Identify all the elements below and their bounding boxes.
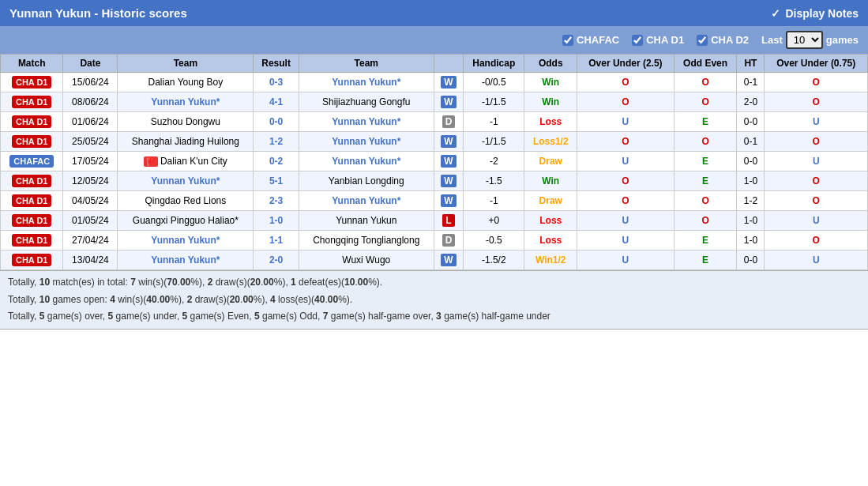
games-select[interactable]: 10 5 15 20 <box>786 31 823 49</box>
outcome-cell: W <box>434 171 463 191</box>
match-date: 01/06/24 <box>63 112 118 132</box>
outcome-cell: W <box>434 92 463 112</box>
oe-value: E <box>702 175 708 186</box>
odds-cell: Win <box>524 92 577 112</box>
handicap-cell: -1.5 <box>464 171 524 191</box>
outcome-badge: W <box>441 175 456 187</box>
result-score[interactable]: 1-1 <box>269 235 283 246</box>
result-score[interactable]: 2-3 <box>269 195 283 206</box>
ht-cell: 0-1 <box>737 73 765 92</box>
oe-value: O <box>701 195 708 206</box>
badge: CHA D1 <box>12 234 52 247</box>
badge: CHAFAC <box>9 155 54 168</box>
chad1-checkbox[interactable] <box>632 35 643 46</box>
result-score[interactable]: 5-1 <box>269 175 283 186</box>
ou075-value: U <box>813 215 820 226</box>
badge: CHA D1 <box>12 175 52 187</box>
team2-name: Yunnan Yukun* <box>332 77 400 88</box>
oe-cell: E <box>674 231 737 251</box>
odds-value: Win <box>542 77 559 88</box>
match-date: 08/06/24 <box>63 92 118 112</box>
match-date: 01/05/24 <box>63 211 118 231</box>
outcome-cell: D <box>434 231 463 251</box>
outcome-cell: W <box>434 191 463 211</box>
result-score[interactable]: 2-0 <box>269 254 283 266</box>
outcome-badge: D <box>442 115 456 128</box>
header-right: ✓ Display Notes <box>771 7 859 20</box>
ou25-cell: O <box>577 132 674 152</box>
ou25-value: O <box>622 96 629 107</box>
odds-cell: Loss <box>524 231 577 251</box>
ou25-cell: U <box>577 112 674 132</box>
summary-section: Totally, 10 match(es) in total: 7 win(s)… <box>0 270 868 330</box>
result-score[interactable]: 0-2 <box>269 156 283 167</box>
ht-cell: 0-0 <box>737 112 765 132</box>
result-score[interactable]: 0-0 <box>269 116 283 127</box>
result-score[interactable]: 0-3 <box>269 77 283 88</box>
ou25-value: O <box>622 136 629 147</box>
ou25-value: O <box>622 77 629 88</box>
result-score[interactable]: 4-1 <box>269 96 283 107</box>
chad2-checkbox[interactable] <box>697 35 708 46</box>
ou25-value: O <box>622 175 629 186</box>
team1-name: Yunnan Yukun* <box>151 235 220 246</box>
odds-value: Loss <box>539 215 562 226</box>
result-cell: 0-2 <box>254 152 299 171</box>
odds-value: Draw <box>539 195 562 206</box>
summary-line3: Totally, 5 game(s) over, 5 game(s) under… <box>8 308 860 326</box>
result-cell: 0-0 <box>254 112 299 132</box>
ou25-value: U <box>622 235 629 246</box>
handicap-cell: -0.5 <box>464 231 524 251</box>
oe-cell: O <box>674 132 737 152</box>
oe-cell: O <box>674 191 737 211</box>
ou075-cell: O <box>765 171 868 191</box>
ou075-value: O <box>813 96 820 107</box>
odds-cell: Win <box>524 73 577 92</box>
result-cell: 2-3 <box>254 191 299 211</box>
result-score[interactable]: 1-0 <box>269 215 283 226</box>
col-empty <box>434 55 463 73</box>
result-score[interactable]: 1-2 <box>269 136 283 147</box>
team2-cell: Yunnan Yukun* <box>299 112 434 132</box>
oe-cell: E <box>674 171 737 191</box>
table-row: CHA D1 01/06/24 Suzhou Dongwu 0-0 Yunnan… <box>1 112 868 132</box>
match-date: 15/06/24 <box>63 73 118 92</box>
odds-cell: Loss <box>524 211 577 231</box>
badge: CHA D1 <box>12 194 52 207</box>
handicap-cell: -1 <box>464 191 524 211</box>
team2-name: Wuxi Wugo <box>342 254 390 266</box>
team1-cell: Suzhou Dongwu <box>118 112 254 132</box>
filter-row: CHAFAC CHA D1 CHA D2 Last 10 5 15 20 gam… <box>0 26 868 54</box>
team2-name: Yanbian Longding <box>329 175 404 186</box>
odds-value: Loss <box>539 235 562 246</box>
ou25-cell: O <box>577 191 674 211</box>
handicap-cell: -0/0.5 <box>464 73 524 92</box>
summary-line2: Totally, 10 games open: 4 win(s)(40.00%)… <box>8 292 860 309</box>
col-over-under-25: Over Under (2.5) <box>577 55 674 73</box>
outcome-cell: W <box>434 73 463 92</box>
col-odds: Odds <box>524 55 577 73</box>
team1-name: Shanghai Jiading Huilong <box>132 136 239 147</box>
result-cell: 1-2 <box>254 132 299 152</box>
summary-line1: Totally, 10 match(es) in total: 7 win(s)… <box>8 274 860 292</box>
ou075-cell: O <box>765 92 868 112</box>
filter-chad2: CHA D2 <box>697 34 749 46</box>
display-notes-checkmark: ✓ <box>771 7 780 20</box>
col-date: Date <box>63 55 118 73</box>
outcome-badge: W <box>441 254 456 266</box>
match-date: 04/05/24 <box>63 191 118 211</box>
col-team1: Team <box>118 55 254 73</box>
outcome-badge: W <box>441 135 456 148</box>
match-badge: CHAFAC <box>1 152 63 171</box>
ou075-cell: U <box>765 251 868 270</box>
ou25-cell: O <box>577 171 674 191</box>
outcome-badge: W <box>441 76 456 89</box>
ou075-value: O <box>813 195 820 206</box>
team2-name: Yunnan Yukun* <box>332 136 400 147</box>
ou075-cell: U <box>765 211 868 231</box>
oe-value: E <box>702 116 708 127</box>
ou25-cell: U <box>577 211 674 231</box>
ou075-cell: O <box>765 191 868 211</box>
chafac-checkbox[interactable] <box>562 35 573 46</box>
ou075-value: U <box>813 254 820 266</box>
